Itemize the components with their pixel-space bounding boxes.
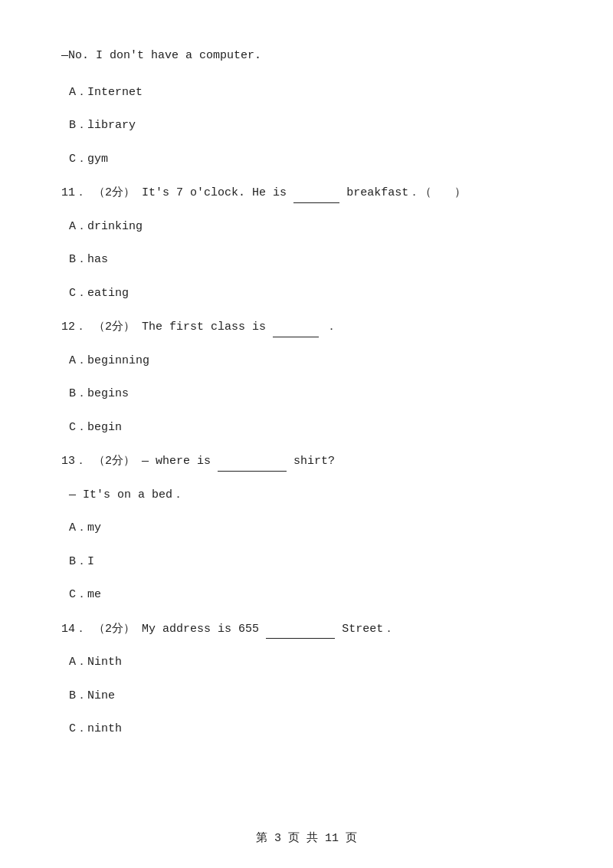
q10-option-c: C．gym — [61, 150, 552, 169]
q11-option-b: B．has — [61, 250, 552, 270]
q14-option-a: A．Ninth — [61, 653, 552, 672]
q14-number: 14． — [61, 623, 87, 636]
intro-line: —No. I don't have a computer. — [61, 46, 552, 66]
q10-option-b: B．library — [61, 116, 552, 136]
q14-text: My address is 655 — [142, 623, 259, 636]
q12-option-c: C．begin — [61, 418, 552, 438]
q12-option-a: A．beginning — [61, 351, 552, 371]
q12-number: 12． — [61, 321, 87, 334]
q14-option-c: C．ninth — [61, 719, 552, 739]
q12-score: （2分） — [93, 321, 135, 334]
q14-blank — [266, 619, 335, 639]
q12-text2: ． — [326, 321, 337, 334]
q12-blank — [273, 317, 319, 337]
q14-score: （2分） — [93, 623, 135, 636]
q13-number: 13． — [61, 455, 87, 468]
q13-blank — [218, 451, 287, 472]
q11-option-a: A．drinking — [61, 217, 552, 237]
q13-score: （2分） — [93, 455, 135, 468]
footer-text: 第 3 页 共 11 页 — [256, 832, 357, 845]
q13-text: — where is — [142, 455, 211, 468]
q12-option-b: B．begins — [61, 384, 552, 404]
page-content: —No. I don't have a computer. A．Internet… — [0, 0, 613, 799]
q14-question: 14． （2分） My address is 655 Street． — [61, 619, 552, 639]
q11-text2: breakfast．（ ） — [346, 186, 466, 199]
q13-response: — It's on a bed． — [61, 485, 552, 505]
q12-question: 12． （2分） The first class is ． — [61, 317, 552, 337]
q11-question: 11． （2分） It's 7 o'clock. He is breakfast… — [61, 182, 552, 203]
q14-option-b: B．Nine — [61, 686, 552, 706]
q13-text2: shirt? — [293, 455, 335, 468]
page-footer: 第 3 页 共 11 页 — [0, 830, 613, 845]
q11-blank — [293, 182, 339, 203]
q13-option-b: B．I — [61, 552, 552, 572]
q13-question: 13． （2分） — where is shirt? — [61, 451, 552, 472]
q10-option-a: A．Internet — [61, 83, 552, 103]
q13-option-a: A．my — [61, 518, 552, 538]
q12-text: The first class is — [142, 321, 266, 334]
q11-option-c: C．eating — [61, 284, 552, 304]
intro-text: —No. I don't have a computer. — [61, 49, 261, 62]
q13-option-c: C．me — [61, 585, 552, 605]
q14-text2: Street． — [342, 623, 395, 636]
q11-number: 11． — [61, 186, 87, 199]
q11-score: （2分） — [93, 186, 135, 199]
q11-text: It's 7 o'clock. He is — [142, 186, 287, 199]
